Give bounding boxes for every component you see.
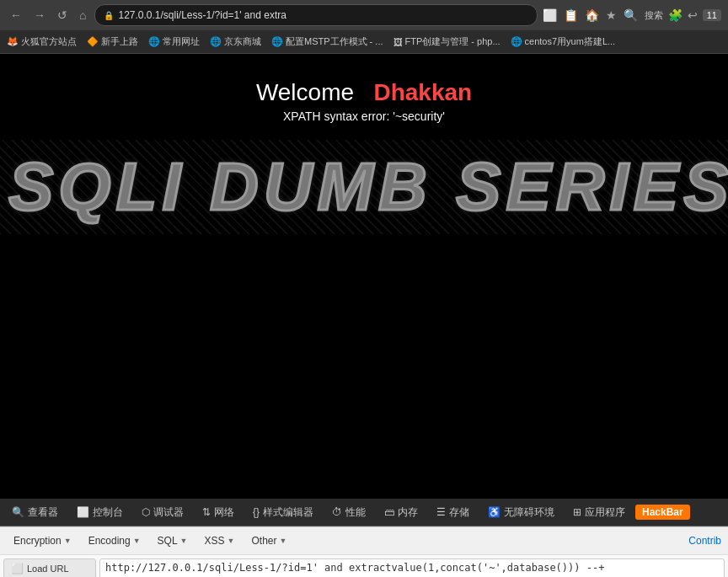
home-icon2[interactable]: 🏠 (585, 8, 599, 22)
welcome-section: Welcome Dhakkan XPATH syntax error: '~se… (256, 79, 472, 140)
centos-icon: 🌐 (511, 36, 522, 47)
style-icon: {} (253, 506, 260, 518)
tab-inspector[interactable]: 🔍 查看器 (3, 500, 67, 525)
bookmark-ftp[interactable]: 🖼 FTP创建与管理 - php... (393, 35, 500, 48)
hackbar-encoding-menu[interactable]: Encoding ▼ (82, 532, 147, 549)
firefox-icon: 🦊 (7, 36, 19, 47)
tab-memory[interactable]: 🗃 内存 (376, 500, 426, 525)
sqli-title-wrapper: SQLI DUMB SERIES (0, 140, 728, 234)
hackbar-encryption-menu[interactable]: Encryption ▼ (7, 532, 78, 549)
hackbar-toolbar: Encryption ▼ Encoding ▼ SQL ▼ XSS ▼ Othe… (0, 526, 728, 554)
encoding-arrow: ▼ (133, 537, 141, 545)
common-icon: 🌐 (148, 36, 160, 47)
storage-icon: ☰ (436, 506, 446, 518)
security-icon: 🔒 (104, 11, 114, 20)
hackbar-xss-menu[interactable]: XSS ▼ (198, 532, 242, 549)
bookmark-icon[interactable]: ★ (606, 8, 617, 22)
inspector-icon: 🔍 (12, 506, 24, 518)
bookmark-newbie[interactable]: 🔶 新手上路 (87, 35, 138, 48)
xss-arrow: ▼ (228, 537, 235, 545)
page-content: Welcome Dhakkan XPATH syntax error: '~se… (0, 54, 728, 499)
load-icon: ⬜ (11, 563, 24, 574)
hackbar-other-menu[interactable]: Other ▼ (244, 532, 293, 549)
sqli-title: SQLI DUMB SERIES (0, 140, 728, 234)
puzzle-icon[interactable]: 🧩 (668, 8, 682, 22)
tab-network[interactable]: ⇅ 网络 (194, 500, 243, 525)
apps-icon: ⊞ (573, 506, 581, 518)
refresh-button[interactable]: ↺ (54, 7, 71, 24)
hackbar-sql-menu[interactable]: SQL ▼ (151, 532, 195, 549)
bookmark-centos[interactable]: 🌐 centos7用yum搭建L... (511, 35, 616, 48)
nav-bar: ← → ↺ ⌂ 🔒 127.0.0.1/sqli/Less-1/?id=1' a… (0, 0, 728, 30)
other-arrow: ▼ (279, 537, 286, 545)
bookmarks-bar: 🦊 火狐官方站点 🔶 新手上路 🌐 常用网址 🌐 京东商城 🌐 配置MSTP工作… (0, 30, 728, 54)
bookmark-firefox[interactable]: 🦊 火狐官方站点 (7, 35, 77, 48)
tab-debugger[interactable]: ⬡ 调试器 (133, 500, 192, 525)
undo-icon[interactable]: ↩ (688, 8, 698, 22)
network-icon: ⇅ (202, 506, 211, 518)
hackbar-contrib[interactable]: Contrib (688, 535, 721, 547)
newbie-icon: 🔶 (87, 36, 99, 47)
back-button[interactable]: ← (7, 7, 25, 24)
tab-counter[interactable]: 11 (703, 9, 721, 21)
tab-console[interactable]: ⬜ 控制台 (68, 500, 131, 525)
bookmark-mstp[interactable]: 🌐 配置MSTP工作模式 - ... (271, 35, 383, 48)
search-label: 搜索 (645, 9, 663, 22)
tab-apps[interactable]: ⊞ 应用程序 (565, 500, 634, 525)
tab-perf[interactable]: ⏱ 性能 (324, 500, 374, 525)
xpath-error: XPATH syntax error: '~security' (256, 110, 472, 123)
search-icon[interactable]: 🔍 (624, 8, 638, 22)
hackbar-input-area: ⬜ Load URL ⚡ Split URL CSDN @.SYS. (0, 554, 728, 577)
sql-arrow: ▼ (180, 537, 188, 545)
mstp-icon: 🌐 (271, 36, 283, 47)
debugger-icon: ⬡ (142, 506, 150, 518)
bookmark-common[interactable]: 🌐 常用网址 (148, 35, 200, 48)
screenshot-icon[interactable]: 📋 (564, 8, 578, 22)
devtools-tabs: 🔍 查看器 ⬜ 控制台 ⬡ 调试器 ⇅ 网络 {} 样式编辑器 ⏱ 性能 🗃 内… (0, 499, 728, 526)
hackbar-url-input[interactable] (99, 558, 725, 577)
tab-style[interactable]: {} 样式编辑器 (244, 500, 322, 525)
tab-hackbar[interactable]: HackBar (635, 505, 690, 520)
nav-icons: ⬜ 📋 🏠 ★ 🔍 搜索 (543, 8, 663, 22)
jd-icon: 🌐 (210, 36, 222, 47)
address-bar[interactable]: 🔒 127.0.0.1/sqli/Less-1/?id=1' and extra (94, 4, 537, 26)
accessibility-icon: ♿ (488, 506, 500, 518)
perf-icon: ⏱ (332, 506, 342, 518)
console-icon: ⬜ (77, 506, 89, 518)
ftp-icon: 🖼 (393, 37, 403, 47)
tab-accessibility[interactable]: ♿ 无障碍环境 (479, 500, 563, 525)
load-url-button[interactable]: ⬜ Load URL (3, 558, 96, 577)
bookmark-jd[interactable]: 🌐 京东商城 (210, 35, 261, 48)
encryption-arrow: ▼ (64, 537, 72, 545)
url-display: 127.0.0.1/sqli/Less-1/?id=1' and extra (118, 9, 286, 21)
memory-icon: 🗃 (384, 506, 394, 518)
extensions-icon[interactable]: ⬜ (543, 8, 557, 22)
forward-button[interactable]: → (30, 7, 49, 24)
welcome-message: Welcome Dhakkan (256, 79, 472, 106)
hackbar-buttons: ⬜ Load URL ⚡ Split URL (3, 558, 96, 577)
home-button[interactable]: ⌂ (76, 7, 89, 24)
tab-storage[interactable]: ☰ 存储 (428, 500, 478, 525)
